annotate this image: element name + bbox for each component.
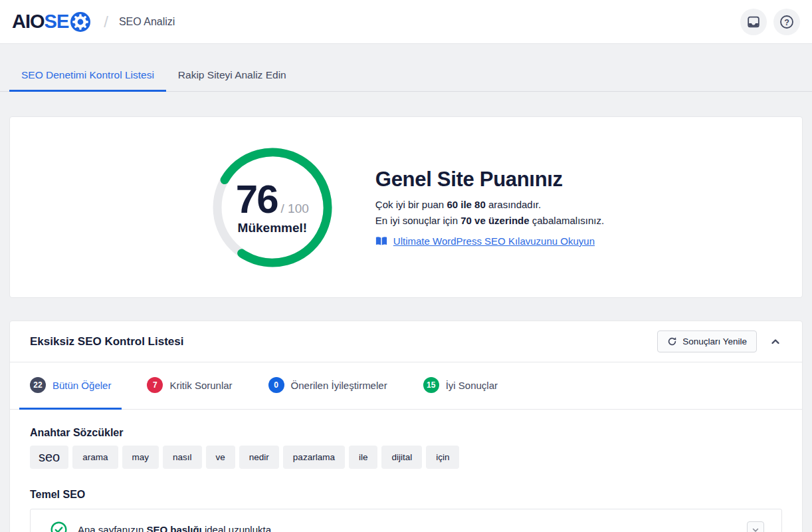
keyword-tag: arama	[72, 446, 118, 469]
tab-seo-audit-checklist[interactable]: SEO Denetimi Kontrol Listesi	[9, 63, 166, 92]
basic-seo-results: Ana sayfanızın SEO başlığı ideal uzunluk…	[30, 509, 782, 532]
score-donut: 76 / 100 Mükemmel!	[208, 143, 337, 272]
site-score-card: 76 / 100 Mükemmel! Genel Site Puanınız Ç…	[9, 116, 803, 298]
count-badge-all: 22	[30, 377, 46, 393]
filter-critical-issues[interactable]: 7 Kritik Sorunlar	[136, 362, 243, 410]
checklist-header: Eksiksiz SEO Kontrol Listesi Sonuçları Y…	[10, 321, 802, 362]
keyword-tag: ve	[206, 446, 235, 469]
score-rating-label: Mükemmel!	[238, 221, 308, 235]
page-title: SEO Analizi	[119, 16, 175, 28]
help-button[interactable]: ?	[773, 9, 800, 35]
keyword-tag: ile	[349, 446, 378, 469]
aioseo-logo: AIOSE	[12, 11, 90, 33]
seo-analysis-page: AIOSE / SEO Analizi	[0, 0, 812, 532]
count-badge-recommended: 0	[268, 377, 284, 393]
result-row: Ana sayfanızın SEO başlığı ideal uzunluk…	[31, 509, 781, 532]
seo-checklist-card: Eksiksiz SEO Kontrol Listesi Sonuçları Y…	[9, 321, 803, 532]
svg-text:?: ?	[784, 17, 789, 27]
score-number: 76	[236, 180, 278, 219]
filter-recommended-improvements[interactable]: 0 Önerilen İyileştirmeler	[258, 362, 398, 410]
main-tabbar: SEO Denetimi Kontrol Listesi Rakip Sitey…	[0, 44, 812, 92]
notifications-drawer-icon	[747, 15, 760, 29]
help-icon: ?	[779, 15, 794, 29]
checklist-title: Eksiksiz SEO Kontrol Listesi	[30, 335, 183, 348]
seo-guide-link[interactable]: Ultimate WordPress SEO Kılavuzunu Okuyun	[393, 235, 595, 247]
checklist-filter-tabs: 22 Bütün Öğeler 7 Kritik Sorunlar 0 Öner…	[10, 362, 802, 410]
score-max: / 100	[281, 201, 309, 216]
score-heading: Genel Site Puanınız	[375, 168, 604, 192]
count-badge-critical: 7	[147, 377, 163, 393]
keyword-tag: için	[426, 446, 459, 469]
breadcrumb-separator: /	[104, 13, 108, 31]
checklist-body: Anahtar Sözcükler seo arama may nasıl ve…	[10, 410, 802, 532]
filter-good-results[interactable]: 15 İyi Sonuçlar	[413, 362, 508, 410]
chevron-down-icon	[752, 526, 760, 532]
score-line-1: Çok iyi bir puan 60 ile 80 arasındadır.	[375, 197, 604, 213]
keyword-tag: nasıl	[163, 446, 202, 469]
success-check-icon	[51, 521, 67, 532]
keyword-tags: seo arama may nasıl ve nedir pazarlama i…	[30, 446, 782, 469]
keyword-tag: nedir	[239, 446, 279, 469]
keyword-tag: may	[122, 446, 159, 469]
filter-all-items[interactable]: 22 Bütün Öğeler	[19, 362, 122, 410]
result-text: Ana sayfanızın SEO başlığı ideal uzunluk…	[78, 521, 274, 532]
keywords-title: Anahtar Sözcükler	[30, 427, 782, 439]
seo-guide-link-row: Ultimate WordPress SEO Kılavuzunu Okuyun	[375, 235, 604, 247]
chevron-up-icon	[770, 336, 781, 347]
keyword-tag: pazarlama	[283, 446, 345, 469]
notifications-button[interactable]	[740, 9, 767, 35]
keyword-tag: dijital	[381, 446, 422, 469]
score-line-2: En iyi sonuçlar için 70 ve üzerinde çaba…	[375, 213, 604, 229]
refresh-results-button[interactable]: Sonuçları Yenile	[657, 331, 757, 352]
collapse-section-button[interactable]	[769, 335, 782, 348]
refresh-icon	[667, 336, 677, 346]
book-icon	[375, 236, 387, 246]
top-header: AIOSE / SEO Analizi	[0, 0, 812, 44]
keyword-tag: seo	[30, 446, 68, 469]
expand-result-button[interactable]	[747, 521, 764, 532]
basic-seo-title: Temel SEO	[30, 489, 782, 501]
tab-analyze-competitor-site[interactable]: Rakip Siteyi Analiz Edin	[166, 63, 298, 92]
aioseo-gear-icon	[70, 12, 90, 32]
score-description: Genel Site Puanınız Çok iyi bir puan 60 …	[375, 168, 604, 247]
header-actions: ?	[740, 9, 800, 35]
logo-text: AIOSE	[12, 11, 68, 33]
score-value: 76 / 100 Mükemmel!	[208, 143, 337, 272]
count-badge-good: 15	[423, 377, 439, 393]
